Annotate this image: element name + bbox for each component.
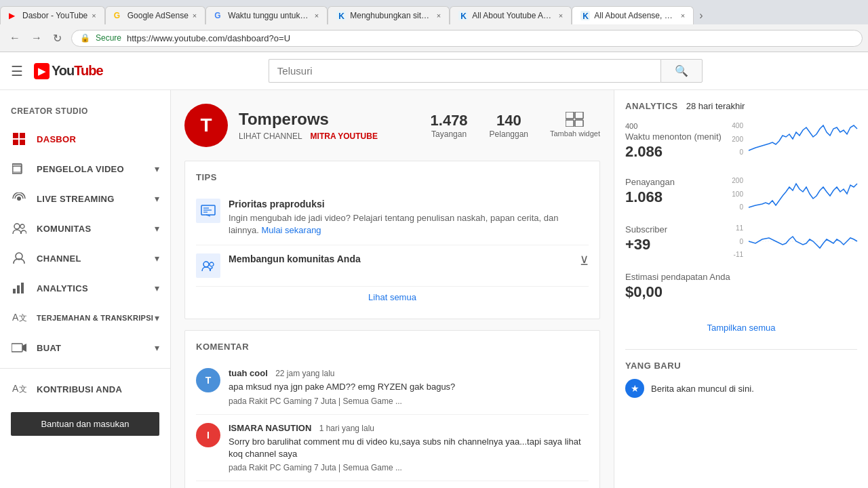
tab-close-5[interactable]: × <box>559 12 563 20</box>
forward-button[interactable]: → <box>27 29 46 47</box>
sidebar-item-dasbor[interactable]: DASBOR <box>0 124 170 154</box>
comment-item-2: I ISMARA NASUTION 1 hari yang lalu Sorry… <box>196 415 589 481</box>
sidebar-item-komunitas-left: KOMUNITAS <box>11 220 91 237</box>
sidebar-item-buat[interactable]: BUAT ▾ <box>0 333 170 363</box>
tips-collapse-icon[interactable]: ⊻ <box>580 253 589 268</box>
tips-item-1-link[interactable]: Mulai sekarang <box>261 225 321 235</box>
sidebar-label-kontribusi: KONTRIBUSI ANDA <box>37 384 122 394</box>
dashboard-main: T Tomperows LIHAT CHANNEL MITRA YOUTUBE … <box>171 90 614 488</box>
browser-tab-1[interactable]: ▶ Dasbor - YouTube × <box>0 6 105 24</box>
chart-area-3: 11 0 -11 <box>732 224 857 258</box>
widget-btn-label: Tambah widget <box>550 129 600 138</box>
lihat-channel-link[interactable]: LIHAT CHANNEL <box>239 131 302 141</box>
youtube-header: ☰ ▶ YouTube 🔍 <box>0 52 868 90</box>
metric-pendapatan: Estimasi pendapatan Anda $0,00 <box>625 272 857 304</box>
browser-tab-bar: ▶ Dasbor - YouTube × G Google AdSense × … <box>0 0 868 24</box>
tambah-widget-button[interactable]: Tambah widget <box>550 112 600 139</box>
comment-item-3: R Rubby Abi 2 hari yang lalu cuman namba… <box>196 481 589 488</box>
tips-content-1: Prioritas praproduksi Ingin mengubah ide… <box>229 199 589 237</box>
sidebar-item-komunitas[interactable]: KOMUNITAS ▾ <box>0 214 170 243</box>
tab-more-button[interactable]: › <box>694 7 708 24</box>
mitra-youtube-link[interactable]: MITRA YOUTUBE <box>311 131 378 141</box>
channel-icon <box>11 250 27 266</box>
chart-y1-min: 0 <box>732 148 743 156</box>
comment-avatar-1: T <box>196 368 220 392</box>
svg-rect-5 <box>13 166 21 172</box>
browser-tab-5[interactable]: K All About Youtube Adse... × <box>450 6 572 24</box>
svg-text:文: 文 <box>19 313 26 323</box>
analytics-sidebar: ANALYTICS 28 hari terakhir 400 Waktu men… <box>614 90 868 488</box>
search-input[interactable] <box>269 59 660 83</box>
tips-item-1-title: Prioritas praproduksi <box>229 199 589 209</box>
svg-rect-23 <box>566 120 574 127</box>
chart-y2-max: 200 <box>732 177 743 184</box>
search-container: 🔍 <box>269 59 703 83</box>
tab-title-5: All About Youtube Adse... <box>472 11 555 20</box>
youtube-logo-text: YouTube <box>52 63 103 79</box>
youtube-logo[interactable]: ▶ YouTube <box>34 63 103 79</box>
analytics-period: 28 hari terakhir <box>686 101 745 111</box>
channel-links: LIHAT CHANNEL MITRA YOUTUBE <box>239 131 420 141</box>
sidebar-item-kontribusi[interactable]: A文 KONTRIBUSI ANDA <box>0 374 170 404</box>
svg-point-31 <box>210 262 214 266</box>
metric-label-3: Subscriber <box>625 224 726 235</box>
sidebar-label-buat: BUAT <box>37 343 61 353</box>
comment-text-2: Sorry bro barulihat comment mu di video … <box>229 436 589 460</box>
comment-body-1: tuah cool 22 jam yang lalu apa mksud nya… <box>229 368 455 405</box>
address-bar[interactable]: 🔒 Secure https://www.youtube.com/dashboa… <box>71 30 863 47</box>
tab-favicon-2: G <box>114 11 123 20</box>
content-area: T Tomperows LIHAT CHANNEL MITRA YOUTUBE … <box>171 90 868 488</box>
search-icon: 🔍 <box>675 65 688 77</box>
browser-tab-3[interactable]: G Waktu tunggu untuk aku... × <box>205 6 328 24</box>
back-button[interactable]: ← <box>5 29 24 47</box>
sidebar-item-terjemahan[interactable]: A文 TERJEMAHAN & TRANSKRIPSI ▾ <box>0 303 170 333</box>
tab-favicon-6: K <box>580 11 590 20</box>
search-button[interactable]: 🔍 <box>660 59 703 83</box>
chart-y1-max: 400 <box>732 122 743 129</box>
reload-button[interactable]: ↻ <box>49 29 66 47</box>
chart-area-1: 400 200 0 <box>732 122 857 156</box>
tips-content-2: Membangun komunitas Anda <box>229 253 572 267</box>
metric-info-2: Penayangan 1.068 <box>625 177 726 209</box>
comment-time-1: 22 jam yang lalu <box>275 369 334 378</box>
show-all-link[interactable]: Tampilkan semua <box>625 317 857 338</box>
live-streaming-icon <box>11 190 27 207</box>
sidebar: CREATOR STUDIO DASBOR PENGELOLA VIDEO ▾ <box>0 90 171 488</box>
browser-nav: ← → ↻ <box>5 29 66 47</box>
tab-close-4[interactable]: × <box>437 12 441 20</box>
view-all-link[interactable]: Lihat semua <box>196 287 589 308</box>
stat-pelanggan-label: Pelanggan <box>490 129 528 139</box>
kontribusi-icon: A文 <box>11 381 27 397</box>
news-icon: ★ <box>625 379 644 398</box>
svg-rect-24 <box>575 120 583 127</box>
menu-icon[interactable]: ☰ <box>11 63 23 79</box>
sidebar-item-channel[interactable]: CHANNEL ▾ <box>0 243 170 273</box>
tips-title: TIPS <box>196 172 589 182</box>
help-button[interactable]: Bantuan dan masukan <box>11 412 159 436</box>
comment-author-2: ISMARA NASUTION <box>229 423 311 433</box>
tab-close-1[interactable]: × <box>92 12 96 20</box>
sidebar-divider <box>0 368 170 369</box>
browser-tab-6[interactable]: K All About Adsense, disku... × <box>572 6 694 24</box>
widget-icon <box>566 112 585 127</box>
tab-close-2[interactable]: × <box>193 12 197 20</box>
sidebar-label-dasbor: DASBOR <box>37 134 76 144</box>
browser-tab-4[interactable]: K Menghubungkan situs A... × <box>328 6 450 24</box>
svg-marker-18 <box>22 344 26 352</box>
tab-close-3[interactable]: × <box>315 12 319 20</box>
yang-baru-title: YANG BARU <box>625 361 857 371</box>
chevron-terjemahan: ▾ <box>155 312 159 323</box>
tab-close-6[interactable]: × <box>681 12 685 20</box>
sidebar-item-channel-left: CHANNEL <box>11 250 81 266</box>
sidebar-item-pengelola-video[interactable]: PENGELOLA VIDEO ▾ <box>0 154 170 184</box>
metric-value-2: 1.068 <box>625 188 726 206</box>
tips-item-1: Prioritas praproduksi Ingin mengubah ide… <box>196 190 589 245</box>
metric-info-4: Estimasi pendapatan Anda $0,00 <box>625 272 857 304</box>
sidebar-label-analytics: ANALYTICS <box>37 283 88 293</box>
sidebar-item-live-streaming[interactable]: LIVE STREAMING ▾ <box>0 184 170 214</box>
browser-tab-2[interactable]: G Google AdSense × <box>105 6 206 24</box>
chart-svg-1 <box>749 122 857 156</box>
sidebar-item-analytics-left: ANALYTICS <box>11 280 88 296</box>
sidebar-item-analytics[interactable]: ANALYTICS ▾ <box>0 273 170 303</box>
metric-info-1: 400 Waktu menonton (menit) 2.086 <box>625 122 726 163</box>
